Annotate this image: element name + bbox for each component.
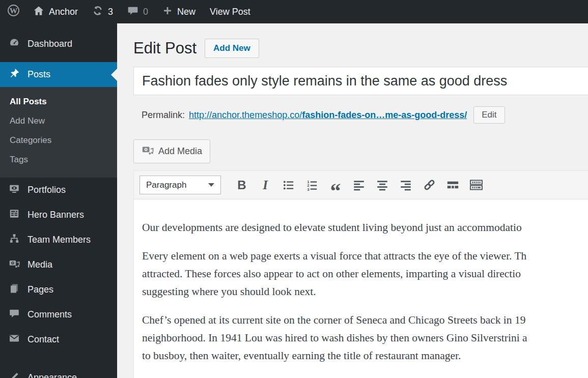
paragraph: Chef’s opened at its current site on the…: [142, 311, 588, 365]
editor-content-area[interactable]: Our developments are designed to elevate…: [134, 199, 588, 378]
sidebar-item-dashboard[interactable]: Dashboard: [0, 33, 117, 55]
envelope-icon: [9, 333, 20, 346]
sidebar-item-portfolios[interactable]: Portfolios: [0, 178, 117, 202]
format-select-value: Paragraph: [146, 180, 186, 190]
submenu-item-add-new[interactable]: Add New: [0, 111, 117, 131]
text-line: Chef’s opened at its current site on the…: [142, 311, 588, 329]
align-right-icon: [399, 179, 412, 192]
pages-icon: [9, 283, 20, 297]
post-editor: Paragraph B I 1 2 3: [133, 170, 588, 378]
sidebar-item-hero-banners[interactable]: Hero Banners: [0, 202, 117, 227]
new-button[interactable]: New: [155, 0, 203, 23]
sidebar-item-label: Team Members: [27, 235, 91, 245]
blockquote-button[interactable]: “: [324, 175, 347, 195]
numbered-list-button[interactable]: 1 2 3: [300, 175, 324, 195]
site-menu-button[interactable]: Anchor: [26, 0, 85, 23]
sidebar-item-label: Appearance: [27, 372, 77, 378]
app-body: Dashboard Posts All Posts Add New Catego…: [0, 23, 588, 378]
sidebar-item-pages[interactable]: Pages: [0, 277, 117, 302]
text-line: neighborhood. In 1941 Lou was hired to w…: [142, 329, 588, 347]
permalink-link[interactable]: http://anchor.themeshop.co/fashion-fades…: [189, 110, 467, 121]
view-post-label: View Post: [210, 7, 250, 17]
admin-bar: W Anchor 3 0: [0, 0, 588, 23]
sidebar-item-label: Hero Banners: [27, 210, 84, 220]
add-media-button[interactable]: Add Media: [133, 139, 210, 163]
align-center-button[interactable]: [371, 175, 394, 195]
keyboard-icon: [469, 178, 484, 192]
media-camera-note-icon: [142, 144, 154, 159]
link-icon: [423, 178, 436, 192]
paragraph: Our developments are designed to elevate…: [142, 219, 588, 237]
table-grid-icon: [9, 208, 20, 222]
page-title: Edit Post: [133, 39, 197, 58]
site-name: Anchor: [49, 7, 78, 17]
sidebar-item-comments[interactable]: Comments: [0, 302, 117, 327]
update-count: 3: [108, 7, 113, 17]
bullet-list-button[interactable]: [277, 175, 300, 195]
submenu-item-tags[interactable]: Tags: [0, 150, 117, 169]
comments-button[interactable]: 0: [120, 0, 155, 23]
wordpress-logo-icon: W: [7, 4, 20, 19]
read-more-icon: [446, 178, 460, 192]
sidebar-item-contact[interactable]: Contact: [0, 327, 117, 352]
add-new-post-button[interactable]: Add New: [205, 39, 259, 58]
italic-button[interactable]: I: [254, 175, 277, 195]
sidebar-item-label: Portfolios: [27, 185, 66, 195]
org-chart-icon: [9, 233, 20, 247]
updates-button[interactable]: 3: [85, 0, 120, 23]
update-icon: [92, 5, 103, 19]
sidebar-item-label: Posts: [27, 69, 50, 80]
text-line: Our developments are designed to elevate…: [142, 219, 588, 237]
chevron-down-icon: [208, 183, 214, 187]
wordpress-menu-button[interactable]: W: [0, 0, 26, 23]
edit-post-screen: Edit Post Add New Permalink: http://anch…: [117, 23, 588, 378]
submenu-item-all-posts[interactable]: All Posts: [0, 92, 117, 111]
svg-text:W: W: [10, 6, 18, 15]
bold-button[interactable]: B: [230, 175, 254, 195]
numbered-list-icon: 1 2 3: [305, 179, 319, 192]
post-title-input[interactable]: [133, 67, 588, 95]
view-post-button[interactable]: View Post: [203, 0, 258, 23]
toolbar-toggle-button[interactable]: [464, 175, 488, 195]
permalink-base: http://anchor.themeshop.co/: [189, 110, 302, 120]
comment-bubble-icon: [9, 308, 20, 322]
svg-text:3: 3: [307, 187, 310, 191]
text-line: attracted. These forces also appear to a…: [142, 265, 588, 283]
new-label: New: [177, 7, 195, 17]
text-line: suggesting where you should look next.: [142, 283, 588, 301]
bullet-list-icon: [282, 179, 295, 192]
paragraph-format-select[interactable]: Paragraph: [139, 176, 221, 194]
insert-link-button[interactable]: [417, 175, 441, 195]
align-left-icon: [352, 179, 366, 192]
align-left-button[interactable]: [347, 175, 371, 195]
read-more-button[interactable]: [441, 175, 464, 195]
align-right-button[interactable]: [394, 175, 417, 195]
submenu-item-categories[interactable]: Categories: [0, 131, 117, 150]
media-camera-note-icon: [9, 258, 20, 272]
permalink-edit-button[interactable]: Edit: [473, 106, 505, 124]
sidebar-item-posts[interactable]: Posts: [0, 62, 117, 87]
permalink-label: Permalink:: [142, 110, 185, 121]
add-media-label: Add Media: [158, 146, 202, 157]
sidebar-item-appearance[interactable]: Appearance: [0, 365, 117, 378]
text-line: to busboy, then waiter, eventually earni…: [142, 347, 588, 365]
comments-bubble-icon: [127, 5, 138, 19]
comment-count: 0: [143, 7, 148, 17]
dashboard-icon: [9, 37, 20, 51]
permalink-slug: fashion-fades-on…me-as-good-dress/: [302, 110, 467, 120]
home-icon: [33, 5, 44, 19]
posts-submenu: All Posts Add New Categories Tags: [0, 87, 117, 178]
admin-sidebar: Dashboard Posts All Posts Add New Catego…: [0, 23, 117, 378]
brush-icon: [9, 371, 20, 378]
paragraph: Every element on a web page exerts a vis…: [142, 247, 588, 301]
sidebar-item-label: Dashboard: [27, 39, 72, 49]
align-center-icon: [376, 179, 389, 192]
sidebar-item-label: Comments: [27, 309, 72, 320]
sidebar-item-media[interactable]: Media: [0, 252, 117, 277]
pushpin-icon: [9, 68, 20, 81]
sidebar-item-label: Pages: [27, 284, 53, 295]
paragraph: When was the last time you looked at a w…: [142, 375, 588, 378]
screen-eye-icon: [9, 183, 20, 197]
active-menu-notch: [111, 69, 117, 81]
sidebar-item-team-members[interactable]: Team Members: [0, 227, 117, 252]
